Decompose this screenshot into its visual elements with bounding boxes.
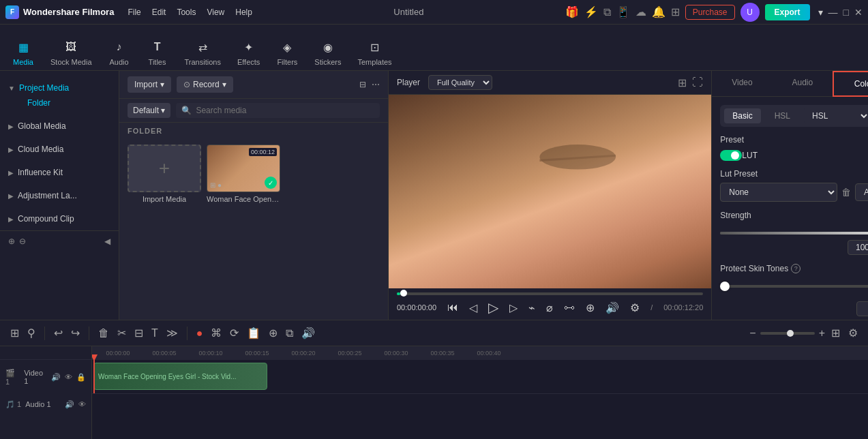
tool-templates[interactable]: ⊡ Templates xyxy=(350,35,398,70)
tl-caption-button[interactable]: ⧉ xyxy=(284,325,295,342)
tool-titles[interactable]: T Titles xyxy=(140,35,175,70)
tl-undo-button[interactable]: ↩ xyxy=(52,324,65,342)
skip-back-button[interactable]: ⏮ xyxy=(447,301,458,314)
video1-speaker-icon[interactable]: 🔊 xyxy=(51,373,61,382)
menu-help[interactable]: Help xyxy=(235,7,252,17)
tl-vol-button[interactable]: 🔊 xyxy=(299,324,317,342)
add-folder-icon[interactable]: ⊕ xyxy=(8,237,15,246)
influence-kit-header[interactable]: ▶ Influence Kit xyxy=(8,165,110,180)
lut-toggle[interactable] xyxy=(720,150,742,161)
tl-stitch-button[interactable]: ⊕ xyxy=(267,324,280,342)
filter-icon[interactable]: ⊟ xyxy=(359,80,366,89)
tl-settings-button[interactable]: ⚙ xyxy=(846,324,860,342)
progress-bar[interactable] xyxy=(397,292,703,295)
tool-media[interactable]: ▦ Media xyxy=(5,35,41,70)
tab-audio[interactable]: Audio xyxy=(773,71,833,96)
frame-forward-button[interactable]: ▷ xyxy=(509,301,518,314)
tool-transitions[interactable]: ⇄ Transitions xyxy=(178,35,228,70)
protect-thumb[interactable] xyxy=(720,282,730,291)
global-media-header[interactable]: ▶ Global Media xyxy=(8,119,110,134)
project-media-header[interactable]: ▼ Project Media xyxy=(8,80,110,95)
menu-file[interactable]: File xyxy=(128,7,140,17)
tl-magnet-button[interactable]: ⚲ xyxy=(25,324,38,342)
menu-view[interactable]: View xyxy=(207,7,224,17)
zoom-in-button[interactable]: + xyxy=(819,327,825,339)
grid-icon[interactable]: ⊞ xyxy=(671,5,680,18)
tl-snap-button[interactable]: ⊞ xyxy=(8,324,21,342)
tl-speed-button[interactable]: ⟳ xyxy=(228,324,241,342)
settings-button[interactable]: ⚙ xyxy=(630,301,640,314)
tl-grid-button[interactable]: ⊞ xyxy=(829,324,842,342)
frame-back-button[interactable]: ◁ xyxy=(469,301,477,314)
video1-lock-icon[interactable]: 🔒 xyxy=(76,373,86,382)
tl-redo-button[interactable]: ↪ xyxy=(69,324,82,342)
strength-slider[interactable] xyxy=(720,226,868,240)
default-filter-button[interactable]: Default ▾ xyxy=(128,103,170,118)
tl-cut-button[interactable]: ✂ xyxy=(115,324,128,342)
tool-effects[interactable]: ✦ Effects xyxy=(230,35,267,70)
hsl-dropdown[interactable]: HSL xyxy=(804,108,868,124)
import-button[interactable]: Import ▾ xyxy=(128,76,171,93)
minimize-button[interactable]: — xyxy=(828,7,838,18)
menu-tools[interactable]: Tools xyxy=(177,7,196,17)
woman-face-thumb[interactable]: 00:00:12 ⊞ ● ✓ xyxy=(207,145,280,192)
info-icon[interactable]: ? xyxy=(791,264,800,273)
export-button[interactable]: Export xyxy=(765,4,810,20)
protect-skin-slider[interactable] xyxy=(720,279,868,293)
tool-stickers[interactable]: ◉ Stickers xyxy=(308,35,348,70)
close-button[interactable]: ✕ xyxy=(854,7,863,18)
maximize-button[interactable]: □ xyxy=(843,7,849,18)
video1-eye-icon[interactable]: 👁 xyxy=(65,373,72,381)
adjustment-header[interactable]: ▶ Adjustment La... xyxy=(8,188,110,203)
zoom-out-button[interactable]: − xyxy=(749,327,755,339)
record-button[interactable]: ⊙ Record ▾ xyxy=(177,76,233,93)
cloud-icon[interactable]: ☁ xyxy=(635,5,646,18)
menu-edit[interactable]: Edit xyxy=(152,7,166,17)
user-avatar[interactable]: U xyxy=(740,3,760,22)
mark-in-button[interactable]: ⌁ xyxy=(528,301,535,314)
speaker-button[interactable]: 🔊 xyxy=(605,301,619,314)
fullscreen-icon[interactable]: ⛶ xyxy=(692,76,703,89)
hsl-tab[interactable]: HSL xyxy=(766,108,798,123)
gift-icon[interactable]: 🎁 xyxy=(565,5,579,18)
lightning-icon[interactable]: ⚡ xyxy=(584,5,598,18)
import-media-thumb[interactable]: + xyxy=(128,145,201,192)
tl-effects-button[interactable]: ⌘ xyxy=(209,324,224,342)
search-input[interactable] xyxy=(196,106,374,115)
grid-view-icon[interactable]: ⊞ xyxy=(678,76,687,89)
layers-icon[interactable]: ⧉ xyxy=(603,6,611,18)
add-lut-button[interactable]: Add xyxy=(855,183,868,201)
tl-record-button[interactable]: ● xyxy=(194,325,205,342)
tool-filters[interactable]: ◈ Filters xyxy=(269,35,305,70)
bell-icon[interactable]: 🔔 xyxy=(652,5,665,18)
tool-stock-media[interactable]: 🖼 Stock Media xyxy=(44,35,99,70)
trash-icon[interactable]: 🗑 xyxy=(841,187,851,198)
remove-folder-icon[interactable]: ⊖ xyxy=(19,237,26,246)
audio1-eye-icon[interactable]: 👁 xyxy=(78,400,86,408)
video-clip[interactable]: Woman Face Opening Eyes Girl - Stock Vid… xyxy=(93,363,267,390)
tl-clip-button[interactable]: 📋 xyxy=(245,324,263,342)
compound-clip-header[interactable]: ▶ Compound Clip xyxy=(8,211,110,226)
quality-select[interactable]: Full Quality 1/2 Quality 1/4 Quality xyxy=(428,75,492,90)
play-button[interactable]: ▷ xyxy=(488,299,498,316)
tool-audio[interactable]: ♪ Audio xyxy=(102,35,137,70)
tl-more-button[interactable]: ≫ xyxy=(164,324,180,342)
zoom-button[interactable]: ⊕ xyxy=(586,301,595,314)
more-icon[interactable]: ⋯ xyxy=(372,80,380,89)
tl-delete-button[interactable]: 🗑 xyxy=(96,325,111,342)
lut-preset-select[interactable]: None xyxy=(720,183,837,202)
purchase-button[interactable]: Purchase xyxy=(685,5,735,20)
phone-icon[interactable]: 📱 xyxy=(616,5,630,18)
cloud-media-header[interactable]: ▶ Cloud Media xyxy=(8,142,110,157)
audio1-speaker-icon[interactable]: 🔊 xyxy=(65,400,74,409)
tab-video[interactable]: Video xyxy=(712,71,772,96)
snap-button[interactable]: ⧟ xyxy=(564,301,575,314)
tab-color[interactable]: Color xyxy=(833,71,868,97)
folder-item[interactable]: Folder xyxy=(8,95,110,110)
basic-tab[interactable]: Basic xyxy=(724,108,760,123)
zoom-slider[interactable] xyxy=(760,332,815,335)
tl-crop-button[interactable]: ⊟ xyxy=(132,324,145,342)
collapse-icon[interactable]: ◀ xyxy=(104,237,110,246)
mark-out-button[interactable]: ⌀ xyxy=(546,301,553,314)
tl-text-button[interactable]: T xyxy=(149,325,160,342)
